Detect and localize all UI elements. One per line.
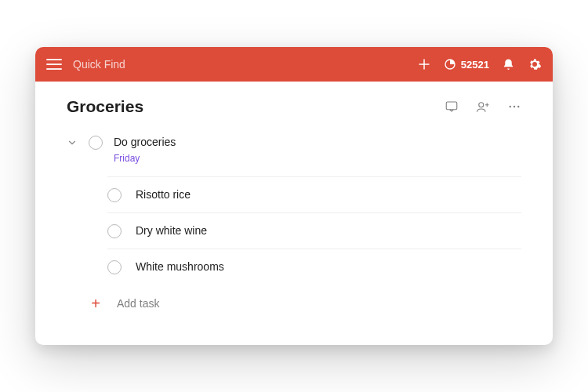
list-title: Groceries [67, 97, 143, 116]
add-task-label: Add task [117, 297, 159, 310]
task-row[interactable]: Do groceries Friday [67, 129, 521, 167]
karma-count-value: 52521 [461, 59, 489, 71]
task-checkbox[interactable] [89, 136, 103, 150]
task-title: Do groceries [114, 135, 521, 151]
subtask-list: Risotto rice Dry white wine White mushro… [107, 176, 521, 285]
comment-icon[interactable] [445, 100, 459, 114]
list-actions [445, 100, 521, 114]
more-icon[interactable] [507, 100, 521, 114]
quick-find-input[interactable]: Quick Find [73, 58, 406, 71]
subtask-row[interactable]: White mushrooms [107, 249, 521, 285]
menu-icon[interactable] [46, 59, 62, 70]
subtask-row[interactable]: Dry white wine [107, 212, 521, 249]
gear-icon[interactable] [528, 57, 542, 71]
subtask-title: White mushrooms [136, 260, 224, 273]
content-area: Groceries Do groceries Friday [35, 82, 553, 345]
svg-rect-3 [446, 102, 457, 110]
plus-icon: + [89, 296, 103, 311]
task-content: Do groceries Friday [114, 135, 521, 164]
subtask-row[interactable]: Risotto rice [107, 176, 521, 212]
subtask-checkbox[interactable] [107, 260, 122, 274]
task-date: Friday [114, 153, 521, 164]
subtask-checkbox[interactable] [107, 188, 122, 202]
chevron-down-icon[interactable] [67, 137, 78, 148]
bell-icon[interactable] [502, 58, 515, 71]
subtask-title: Risotto rice [136, 188, 191, 201]
share-icon[interactable] [476, 100, 490, 114]
karma-count[interactable]: 52521 [444, 58, 489, 71]
svg-point-7 [510, 106, 511, 107]
add-task-button[interactable]: + Add task [67, 285, 521, 311]
subtask-title: Dry white wine [136, 224, 207, 237]
svg-point-4 [479, 103, 484, 107]
list-header: Groceries [67, 97, 521, 116]
svg-point-8 [514, 106, 515, 107]
topbar-actions: 52521 [417, 57, 542, 71]
app-window: Quick Find 52521 Groceries [35, 47, 553, 345]
add-icon[interactable] [417, 57, 431, 71]
subtask-checkbox[interactable] [107, 224, 122, 238]
svg-point-9 [517, 106, 519, 107]
topbar: Quick Find 52521 [35, 47, 553, 82]
